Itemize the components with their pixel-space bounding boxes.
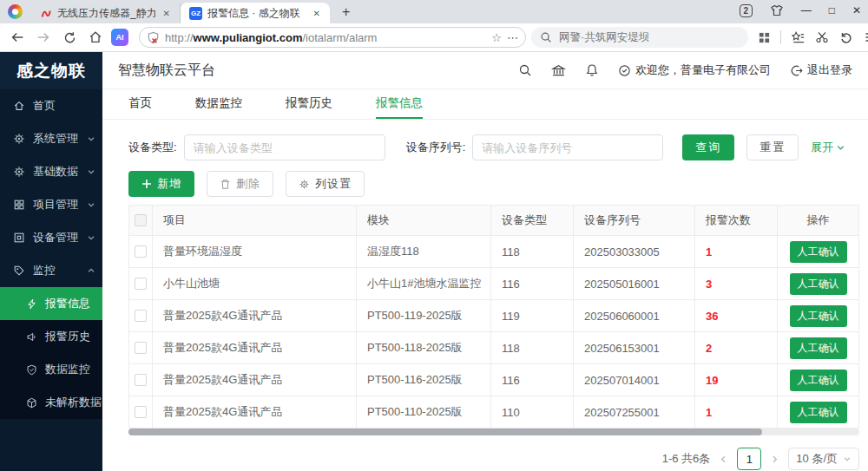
cell-project: 普量2025款4G通讯产品	[153, 396, 357, 428]
row-checkbox[interactable]	[135, 310, 147, 322]
row-checkbox[interactable]	[135, 406, 147, 418]
scrollbar-thumb[interactable]	[128, 428, 762, 435]
minimize-button[interactable]: —	[801, 4, 812, 16]
alarm-count: 3	[706, 278, 712, 291]
scissors-icon[interactable]	[812, 27, 832, 48]
manual-confirm-button[interactable]: 人工确认	[790, 402, 847, 423]
sidebar-item-device[interactable]: 设备管理	[0, 221, 102, 254]
sidebar-item-alarm-history[interactable]: 报警历史	[0, 320, 102, 353]
manual-confirm-button[interactable]: 人工确认	[790, 241, 847, 263]
menu-icon[interactable]	[860, 27, 868, 48]
refresh-icon[interactable]	[59, 27, 80, 48]
cell-module: PT500-118-2025版	[357, 332, 491, 363]
col-alarm-count: 报警次数	[695, 206, 778, 235]
tab-title: 无线压力传感器_静力水准仪_	[57, 6, 155, 21]
sidebar-item-unparsed-data[interactable]: 未解析数据	[0, 386, 102, 419]
forward-icon[interactable]	[33, 27, 54, 48]
cell-device-type: 116	[491, 364, 574, 396]
bookmark-star-icon[interactable]: ☆	[491, 31, 502, 44]
cell-device-type: 118	[491, 236, 574, 267]
sidebar-item-alarm-info[interactable]: 报警信息	[0, 287, 102, 320]
monitor-submenu: 报警信息 报警历史 数据监控 未解析数据	[0, 287, 102, 419]
tab-close-icon[interactable]: ✕	[311, 8, 323, 19]
alarm-count: 36	[706, 310, 718, 323]
sidebar-item-monitor[interactable]: 监控	[0, 254, 102, 287]
logout-button[interactable]: 退出登录	[790, 62, 852, 78]
table-toolbar: 新增 删除 列设置	[128, 170, 859, 198]
apps-grid-icon[interactable]	[753, 27, 774, 48]
sidebar-item-project[interactable]: 项目管理	[0, 188, 102, 221]
tag-icon	[13, 265, 25, 277]
chevron-down-icon	[87, 233, 95, 242]
cell-device-type: 110	[491, 396, 574, 428]
row-checkbox[interactable]	[135, 342, 147, 354]
table-header-row: 项目 模块 设备类型 设备序列号 报警次数 操作	[129, 206, 858, 236]
manual-confirm-button[interactable]: 人工确认	[790, 337, 847, 359]
home-icon[interactable]	[85, 27, 106, 48]
tab-data-monitor[interactable]: 数据监控	[195, 89, 242, 119]
row-checkbox[interactable]	[135, 245, 147, 258]
ai-assistant-icon[interactable]: AI	[111, 29, 128, 46]
header-search-icon[interactable]	[518, 63, 532, 77]
next-page-button[interactable]	[770, 455, 779, 464]
tab-home[interactable]: 首页	[128, 89, 152, 119]
delete-button[interactable]: 删除	[207, 171, 273, 197]
sidebar-item-system[interactable]: 系统管理	[0, 122, 102, 155]
welcome-user[interactable]: 欢迎您，普量电子有限公司	[618, 62, 771, 78]
tab-alarm-history[interactable]: 报警历史	[286, 89, 332, 119]
bank-icon[interactable]	[551, 63, 566, 78]
manual-confirm-button[interactable]: 人工确认	[790, 273, 847, 295]
select-all-checkbox[interactable]	[135, 214, 147, 226]
browser-logo-icon[interactable]	[8, 4, 23, 19]
insecure-shield-icon[interactable]	[147, 31, 160, 44]
manual-confirm-button[interactable]: 人工确认	[790, 305, 847, 327]
url-more-icon[interactable]: ⋯	[507, 31, 518, 44]
tab-alarm-info[interactable]: 报警信息	[376, 89, 423, 119]
sidebar-item-home[interactable]: 首页	[0, 89, 102, 122]
expand-link[interactable]: 展开	[811, 140, 845, 155]
search-button[interactable]: 查询	[682, 134, 734, 160]
horizontal-scrollbar[interactable]	[128, 428, 859, 435]
chevron-down-icon	[87, 134, 95, 143]
logout-icon	[790, 64, 803, 77]
reset-button[interactable]: 重置	[746, 134, 799, 160]
add-button[interactable]: 新增	[128, 171, 194, 197]
speaker-icon	[26, 331, 37, 343]
browser-search-bar[interactable]	[531, 27, 748, 48]
browser-tab-alarm[interactable]: GZ 报警信息 · 感之物联 ✕	[181, 3, 330, 23]
back-icon[interactable]	[7, 27, 28, 48]
column-settings-button[interactable]: 列设置	[286, 171, 365, 197]
url-text[interactable]: http://www.puliangiot.com/iotalarm/alarm	[165, 31, 486, 44]
maximize-button[interactable]: □	[829, 4, 835, 16]
bell-icon[interactable]	[585, 63, 599, 77]
browser-tab-sensor[interactable]: 无线压力传感器_静力水准仪_ ✕	[31, 3, 181, 23]
device-type-input[interactable]	[184, 134, 385, 160]
manual-confirm-button[interactable]: 人工确认	[790, 370, 847, 391]
cell-module: PT500-119-2025版	[357, 300, 491, 331]
cell-project: 普量2025款4G通讯产品	[153, 332, 357, 363]
serial-input[interactable]	[472, 134, 663, 160]
prev-page-button[interactable]	[719, 455, 728, 464]
table-row: 普量2025款4G通讯产品 PT500-110-2025版 110 202507…	[129, 396, 858, 428]
alarm-count: 2	[706, 342, 712, 355]
cell-module: PT500-116-2025版	[357, 364, 491, 396]
new-tab-button[interactable]: +	[337, 4, 355, 20]
sidebar-item-data-monitor[interactable]: 数据监控	[0, 353, 102, 386]
sidebar-item-basedata[interactable]: 基础数据	[0, 155, 102, 188]
undo-icon[interactable]	[836, 27, 857, 48]
tab-count-badge[interactable]: 2	[740, 4, 753, 17]
chevron-down-icon	[836, 143, 845, 153]
url-bar[interactable]: http://www.puliangiot.com/iotalarm/alarm…	[139, 27, 526, 48]
row-checkbox[interactable]	[135, 374, 147, 386]
page-size-select[interactable]: 10 条/页	[788, 448, 859, 470]
tab-close-icon[interactable]: ✕	[161, 8, 173, 19]
page-number[interactable]: 1	[737, 448, 761, 470]
theme-shirt-icon[interactable]	[770, 3, 784, 17]
alarm-table: 项目 模块 设备类型 设备序列号 报警次数 操作 普量环境温湿度 温湿度118 …	[128, 205, 859, 428]
close-button[interactable]: ✕	[852, 4, 861, 16]
row-checkbox[interactable]	[135, 278, 147, 290]
favorites-list-icon[interactable]	[787, 27, 808, 48]
pagination-summary: 1-6 共6条	[662, 451, 711, 467]
gear-icon	[299, 179, 310, 190]
browser-search-input[interactable]	[559, 31, 740, 43]
